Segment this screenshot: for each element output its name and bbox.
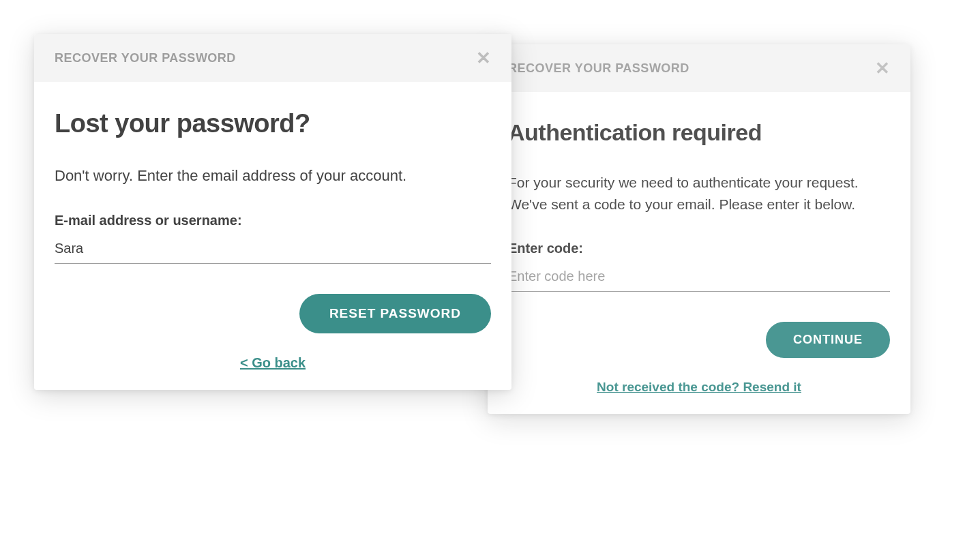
go-back-link[interactable]: < Go back [240,355,306,371]
auth-required-dialog: RECOVER YOUR PASSWORD ✕ Authentication r… [488,44,910,414]
dialog-body: Authentication required For your securit… [488,92,910,414]
button-row: RESET PASSWORD [55,294,491,333]
reset-password-button[interactable]: RESET PASSWORD [299,294,491,333]
dialog-header-title: RECOVER YOUR PASSWORD [55,51,236,65]
button-row: CONTINUE [508,322,890,358]
email-username-input[interactable] [55,237,491,264]
dialog-header: RECOVER YOUR PASSWORD ✕ [34,34,511,82]
code-field-label: Enter code: [508,241,890,256]
code-input[interactable] [508,265,890,292]
close-icon[interactable]: ✕ [476,49,491,67]
email-field-label: E-mail address or username: [55,213,491,228]
dialog-description: Don't worry. Enter the email address of … [55,164,491,187]
dialog-description: For your security we need to authenticat… [508,172,890,215]
dialog-header: RECOVER YOUR PASSWORD ✕ [488,44,910,92]
continue-button[interactable]: CONTINUE [766,322,890,358]
dialog-header-title: RECOVER YOUR PASSWORD [508,61,689,76]
dialog-heading: Lost your password? [55,109,491,138]
dialog-heading: Authentication required [508,119,890,146]
link-row: < Go back [55,355,491,371]
dialog-body: Lost your password? Don't worry. Enter t… [34,82,511,390]
resend-code-link[interactable]: Not received the code? Resend it [597,380,801,395]
link-row: Not received the code? Resend it [508,380,890,395]
lost-password-dialog: RECOVER YOUR PASSWORD ✕ Lost your passwo… [34,34,511,390]
close-icon[interactable]: ✕ [875,59,890,77]
